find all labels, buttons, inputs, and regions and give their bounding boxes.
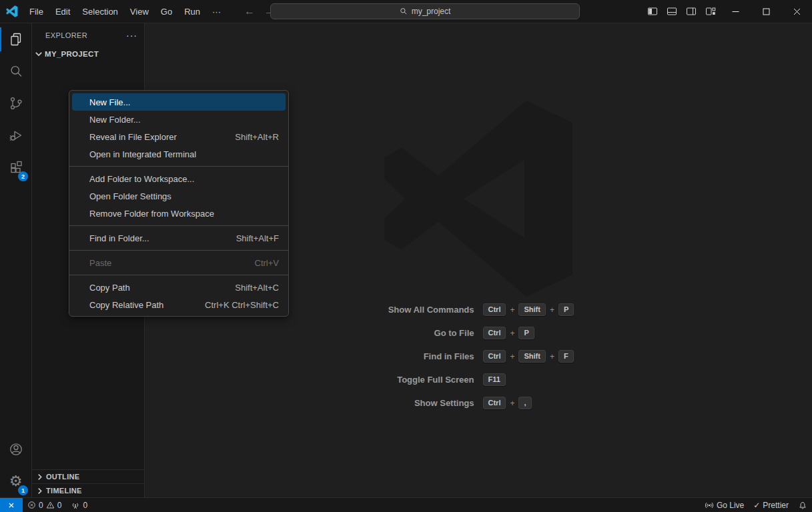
menu-item-add-folder-to-workspace[interactable]: Add Folder to Workspace...	[72, 170, 286, 187]
toggle-secondary-sidebar-icon[interactable]	[682, 3, 700, 21]
source-control-icon	[8, 95, 24, 111]
menu-file[interactable]: File	[23, 0, 49, 23]
minimize-button[interactable]	[720, 0, 751, 23]
menu-item-shortcut: Shift+Alt+R	[235, 132, 279, 142]
keycap: F11	[483, 373, 506, 386]
warning-icon	[46, 501, 55, 509]
shortcut-label: Show Settings	[145, 398, 474, 408]
toggle-panel-icon[interactable]	[663, 3, 681, 21]
menu-item-copy-relative-path[interactable]: Copy Relative Path Ctrl+K Ctrl+Shift+C	[72, 296, 286, 313]
activity-source-control[interactable]	[0, 87, 31, 119]
menu-edit[interactable]: Edit	[49, 0, 76, 23]
menu-item-shortcut: Shift+Alt+C	[235, 283, 279, 293]
menu-item-reveal-in-file-explorer[interactable]: Reveal in File Explorer Shift+Alt+R	[72, 128, 286, 145]
menu-item-label: Copy Path	[89, 283, 130, 293]
prettier-status[interactable]: ✓ Prettier	[749, 498, 793, 512]
keycap: Ctrl	[483, 303, 506, 316]
back-arrow-icon[interactable]: ←	[244, 6, 255, 17]
account-icon	[8, 441, 24, 457]
remote-icon	[7, 501, 16, 510]
plus-separator: +	[550, 352, 554, 361]
error-count: 0	[39, 501, 43, 510]
menu-selection[interactable]: Selection	[76, 0, 123, 23]
menu-more[interactable]: ···	[206, 0, 227, 23]
shortcut-row: Find in Files Ctrl + Shift + F	[145, 345, 812, 368]
keycap: P	[518, 327, 534, 339]
keycap: ,	[518, 397, 531, 409]
menu-item-new-file[interactable]: New File...	[72, 93, 286, 111]
plus-separator: +	[510, 329, 514, 338]
activity-bar: 2 ⚙ 1	[0, 23, 32, 497]
shortcut-row: Go to File Ctrl + P	[145, 321, 812, 345]
plus-separator: +	[510, 352, 514, 361]
folder-root-label: MY_PROJECT	[45, 50, 99, 58]
keycap: Ctrl	[483, 327, 506, 339]
vscode-logo-icon	[6, 5, 18, 17]
customize-layout-icon[interactable]	[701, 3, 719, 21]
shortcut-row: Toggle Full Screen F11	[145, 368, 812, 391]
go-live-button[interactable]: Go Live	[700, 498, 749, 512]
folder-root-my-project[interactable]: MY_PROJECT	[32, 47, 144, 61]
keycap: Ctrl	[483, 397, 506, 409]
menu-item-shortcut: Ctrl+V	[255, 258, 279, 268]
timeline-section[interactable]: TIMELINE	[32, 483, 144, 497]
activity-accounts[interactable]	[0, 433, 31, 465]
extensions-badge: 2	[18, 171, 28, 181]
plus-separator: +	[550, 305, 554, 315]
search-value: my_project	[412, 7, 451, 16]
keycap: Ctrl	[483, 350, 506, 363]
status-bar: 0 0 0 Go Live ✓ Prettier	[0, 497, 812, 512]
menu-item-new-folder[interactable]: New Folder...	[72, 111, 286, 128]
keycap: Shift	[518, 350, 545, 363]
outline-label: OUTLINE	[46, 473, 79, 481]
explorer-more-actions[interactable]: ···	[126, 30, 137, 41]
ports-indicator[interactable]: 0	[66, 498, 92, 512]
menu-item-label: Reveal in File Explorer	[89, 132, 177, 142]
shortcut-label: Toggle Full Screen	[145, 375, 474, 385]
chevron-down-icon	[35, 50, 43, 58]
menu-item-open-folder-settings[interactable]: Open Folder Settings	[72, 187, 286, 205]
activity-extensions[interactable]: 2	[0, 151, 31, 183]
menu-item-remove-folder-from-workspace[interactable]: Remove Folder from Workspace	[72, 205, 286, 222]
menu-go[interactable]: Go	[155, 0, 178, 23]
maximize-button[interactable]	[751, 0, 781, 23]
explorer-context-menu: New File... New Folder... Reveal in File…	[69, 90, 289, 317]
menu-item-open-integrated-terminal[interactable]: Open in Integrated Terminal	[72, 145, 286, 163]
activity-run-debug[interactable]	[0, 119, 31, 151]
menu-item-label: Find in Folder...	[89, 233, 149, 243]
close-button[interactable]	[781, 0, 812, 23]
command-center-search[interactable]: my_project	[270, 3, 580, 19]
activity-explorer[interactable]	[0, 23, 31, 55]
run-debug-icon	[8, 127, 24, 143]
shortcut-label: Find in Files	[145, 351, 474, 361]
outline-section[interactable]: OUTLINE	[32, 469, 144, 483]
menu-item-shortcut: Ctrl+K Ctrl+Shift+C	[205, 300, 279, 310]
menu-item-label: Paste	[89, 258, 111, 268]
menu-item-label: Open in Integrated Terminal	[89, 149, 196, 159]
menu-item-label: Add Folder to Workspace...	[89, 174, 194, 184]
files-icon	[8, 31, 24, 47]
menu-item-label: Copy Relative Path	[89, 300, 163, 310]
menu-run[interactable]: Run	[178, 0, 206, 23]
activity-search[interactable]	[0, 55, 31, 87]
explorer-title: EXPLORER	[45, 31, 87, 39]
menu-item-shortcut: Shift+Alt+F	[236, 233, 279, 243]
remote-indicator[interactable]	[0, 498, 23, 512]
activity-settings[interactable]: ⚙ 1	[0, 465, 31, 497]
title-bar: File Edit Selection View Go Run ··· ← → …	[0, 0, 812, 23]
menu-item-find-in-folder[interactable]: Find in Folder... Shift+Alt+F	[72, 229, 286, 247]
menu-item-copy-path[interactable]: Copy Path Shift+Alt+C	[72, 279, 286, 296]
chevron-right-icon	[36, 473, 43, 481]
broadcast-icon	[705, 501, 714, 510]
toggle-primary-sidebar-icon[interactable]	[643, 3, 661, 21]
bell-icon	[798, 501, 807, 510]
menu-item-paste: Paste Ctrl+V	[72, 254, 286, 271]
notifications-button[interactable]	[793, 498, 812, 512]
problems-indicator[interactable]: 0 0	[23, 498, 66, 512]
vscode-watermark-logo	[378, 99, 578, 299]
menu-item-label: New Folder...	[89, 115, 141, 125]
chevron-right-icon	[36, 487, 43, 495]
plus-separator: +	[510, 399, 514, 408]
menu-item-label: Open Folder Settings	[89, 191, 171, 201]
menu-view[interactable]: View	[124, 0, 155, 23]
